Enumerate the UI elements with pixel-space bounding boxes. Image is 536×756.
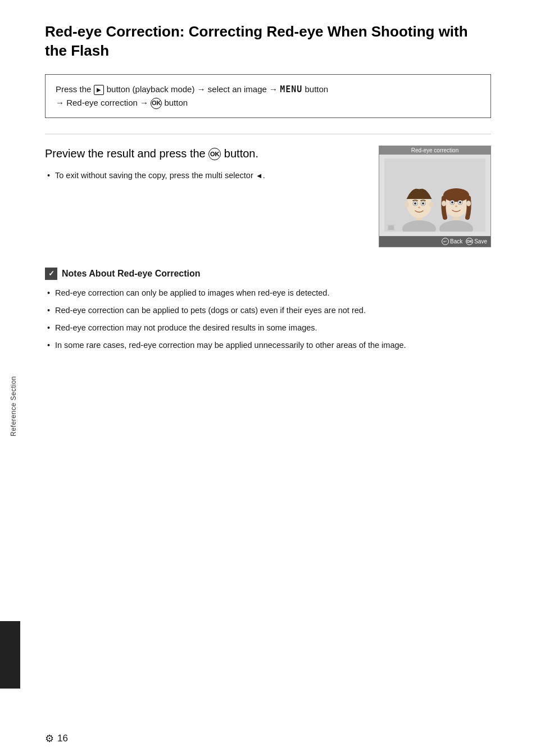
svg-point-14 <box>443 188 469 202</box>
press-text: Press the <box>56 84 94 94</box>
instruction-button-suffix-2: button <box>164 98 188 107</box>
preview-section: Preview the result and press the OK butt… <box>45 146 491 247</box>
svg-point-8 <box>414 202 416 205</box>
preview-bullets: To exit without saving the copy, press t… <box>45 169 365 182</box>
notes-list: Red-eye correction can only be applied t… <box>45 287 491 352</box>
page-content: Red-eye Correction: Correcting Red-eye W… <box>0 0 536 390</box>
faces-illustration <box>384 159 485 232</box>
save-icon-small: OK Save <box>466 238 487 245</box>
preview-text-block: Preview the result and press the OK butt… <box>45 146 365 185</box>
ok-button-icon: OK <box>151 98 162 109</box>
notes-item-2: Red-eye correction can be applied to pet… <box>45 304 491 317</box>
back-label: Back <box>450 238 462 245</box>
camera-preview-image <box>379 155 490 236</box>
playback-button-icon: ▶ <box>94 85 104 95</box>
sidebar-tab <box>0 621 20 689</box>
notes-item-4: In some rare cases, red-eye correction m… <box>45 339 491 352</box>
notes-header: ✓ Notes About Red-eye Correction <box>45 268 491 280</box>
svg-point-20 <box>459 201 461 203</box>
svg-point-15 <box>442 201 446 206</box>
page-title: Red-eye Correction: Correcting Red-eye W… <box>45 22 491 61</box>
svg-rect-0 <box>384 159 485 232</box>
instruction-line-1: Press the ▶ button (playback mode) → sel… <box>56 83 480 96</box>
notes-title: Notes About Red-eye Correction <box>62 269 201 279</box>
svg-point-16 <box>466 201 471 206</box>
svg-point-19 <box>451 201 453 203</box>
svg-point-21 <box>455 206 457 207</box>
camera-preview-illustration: Red-eye correction <box>379 146 491 247</box>
back-icon-small: ↩ Back <box>442 238 462 245</box>
svg-point-5 <box>429 202 434 207</box>
save-label: Save <box>474 238 487 245</box>
svg-point-10 <box>418 207 420 209</box>
preview-bullet-1: To exit without saving the copy, press t… <box>45 169 365 182</box>
camera-preview-footer: ↩ Back OK Save <box>379 236 490 247</box>
instruction-box: Press the ▶ button (playback mode) → sel… <box>45 74 491 118</box>
section-divider <box>45 134 491 134</box>
notes-item-1: Red-eye correction can only be applied t… <box>45 287 491 300</box>
notes-check-icon: ✓ <box>45 268 57 280</box>
ok-circle-inline: OK <box>208 148 221 160</box>
page-icon: ⚙ <box>45 732 54 745</box>
page-footer: ⚙ 16 <box>45 732 68 745</box>
svg-point-4 <box>405 202 409 207</box>
svg-point-9 <box>422 202 424 205</box>
instruction-middle: button (playback mode) → select an image… <box>107 84 280 94</box>
instruction-button-suffix: button <box>305 84 328 94</box>
preview-title: Preview the result and press the OK butt… <box>45 146 365 161</box>
page-number: 16 <box>57 733 68 744</box>
notes-item-3: Red-eye correction may not produce the d… <box>45 322 491 334</box>
arrow-red-eye: → Red-eye correction → <box>56 98 151 107</box>
notes-section: ✓ Notes About Red-eye Correction Red-eye… <box>45 268 491 352</box>
camera-preview-header: Red-eye correction <box>379 146 490 155</box>
svg-rect-23 <box>388 225 394 230</box>
menu-button-label: MENU <box>280 84 302 94</box>
instruction-line-2: → Red-eye correction → OK button <box>56 96 480 110</box>
